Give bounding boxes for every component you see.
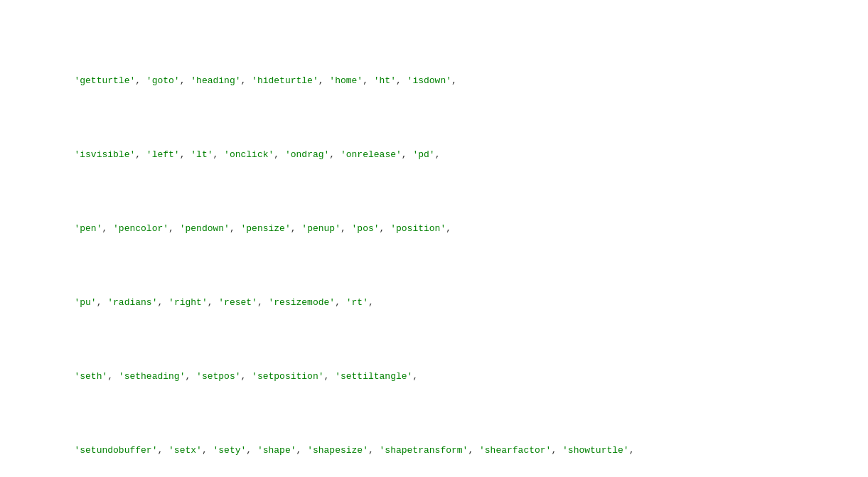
- line: 'getturtle', 'goto', 'heading', 'hidetur…: [0, 59, 868, 103]
- line: 'isvisible', 'left', 'lt', 'onclick', 'o…: [0, 133, 868, 177]
- line: 'seth', 'setheading', 'setpos', 'setposi…: [0, 355, 868, 399]
- line-content: 'getturtle', 'goto', 'heading', 'hidetur…: [13, 59, 868, 103]
- line-content: 'pu', 'radians', 'right', 'reset', 'resi…: [13, 281, 868, 325]
- line: 'pen', 'pencolor', 'pendown', 'pensize',…: [0, 207, 868, 251]
- code-editor: 'getturtle', 'goto', 'heading', 'hidetur…: [0, 0, 868, 477]
- line: 'pu', 'radians', 'right', 'reset', 'resi…: [0, 281, 868, 325]
- line: 'setundobuffer', 'setx', 'sety', 'shape'…: [0, 429, 868, 473]
- line-content: 'pen', 'pencolor', 'pendown', 'pensize',…: [13, 207, 868, 251]
- line-content: 'seth', 'setheading', 'setpos', 'setposi…: [13, 355, 868, 399]
- code-block: 'getturtle', 'goto', 'heading', 'hidetur…: [0, 0, 868, 477]
- line-content: 'isvisible', 'left', 'lt', 'onclick', 'o…: [13, 133, 868, 177]
- line-content: 'setundobuffer', 'setx', 'sety', 'shape'…: [13, 429, 868, 473]
